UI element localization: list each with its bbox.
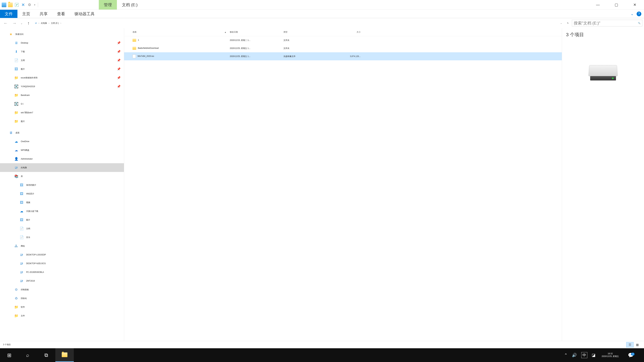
nav-item[interactable]: 📁 软件 [0, 303, 124, 311]
nav-item[interactable]: 💽 G:\ [0, 99, 124, 108]
file-type: 文件夹 [282, 47, 325, 50]
nav-item[interactable]: 📁 文件 [0, 311, 124, 320]
nav-item[interactable]: ⚙ 控制面板 [0, 285, 124, 294]
view-details-button[interactable]: ☰ [626, 342, 634, 348]
nav-item[interactable]: ☁ OneDrive [0, 137, 124, 146]
nav-label: 视频 [26, 201, 30, 204]
breadcrumb-drive[interactable]: 文档 (E:) [51, 22, 59, 25]
nav-item[interactable]: 👤 Administrator [0, 155, 124, 163]
nav-forward-button[interactable]: → [10, 20, 18, 26]
ic-pc-icon: 🖳 [19, 270, 24, 274]
nav-label: WPS网盘 [21, 149, 29, 152]
nav-item[interactable]: 📄 音乐 [0, 233, 124, 242]
nav-up-button[interactable]: ↑ [24, 20, 32, 26]
qat-folder-icon[interactable] [8, 2, 13, 7]
taskbar-explorer[interactable] [55, 348, 74, 362]
clock[interactable]: 16:32 2020/12/25, 星期五 [600, 353, 620, 358]
nav-quick-access[interactable]: ★ 快速访问 [0, 30, 124, 38]
help-icon[interactable]: ? [636, 11, 641, 16]
chevron-right-icon[interactable]: › [49, 22, 49, 24]
nav-item[interactable]: ♻ 回收站 [0, 294, 124, 303]
view-thumbnails-button[interactable]: ▦ [634, 342, 641, 348]
status-bar: 3 个项目 ☰ ▦ [0, 341, 644, 348]
ribbon-expand-icon[interactable]: ⌄ [630, 12, 634, 16]
column-size[interactable]: 大小 [325, 31, 362, 33]
nav-item[interactable]: 📁 Bandicam [0, 91, 124, 99]
ic-lib-icon: 📚 [14, 174, 19, 178]
tab-drive-tools[interactable]: 驱动器工具 [70, 10, 99, 18]
file-row[interactable]: 1 2020/12/15, 星期二 1... 文件夹 [124, 36, 562, 44]
maximize-button[interactable]: ▢ [607, 0, 626, 9]
tray-app-icon[interactable]: ◪ [592, 353, 596, 358]
tab-share[interactable]: 共享 [35, 10, 52, 18]
contextual-tab-manage[interactable]: 管理 [99, 0, 117, 9]
nav-item[interactable]: 📁 图片 [0, 117, 124, 126]
nav-item[interactable]: 🖥 Desktop📌 [0, 38, 124, 47]
file-row[interactable]: BaiduNetdiskDownload 2020/12/25, 星期五 1..… [124, 44, 562, 52]
nav-label: 图片 [21, 68, 25, 70]
nav-item[interactable]: 📚 库 [0, 172, 124, 181]
column-date[interactable]: 修改日期 [228, 31, 282, 33]
qat-settings-icon[interactable]: ⚙ [27, 2, 32, 7]
nav-item[interactable]: 🖼 视频 [0, 198, 124, 207]
search-button[interactable]: ⌕ [18, 348, 37, 362]
column-type[interactable]: 类型 [282, 31, 325, 33]
nav-item[interactable]: 📄 文档📌 [0, 56, 124, 65]
refresh-icon[interactable]: ↻ [564, 22, 571, 24]
volume-icon[interactable]: 🔊 [572, 353, 577, 358]
nav-item[interactable]: 🖼 图片 [0, 216, 124, 224]
nav-item[interactable]: 📁 excel表格制作求和📌 [0, 73, 124, 82]
ic-pc-icon: 🖳 [19, 253, 24, 257]
action-center-button[interactable]: 💬 3 [625, 353, 636, 358]
ic-user-icon: 👤 [14, 157, 19, 161]
nav-label: 桌面 [16, 131, 20, 134]
tray-overflow-icon[interactable]: ⌃ [564, 353, 568, 358]
chevron-right-icon[interactable]: › [60, 22, 61, 24]
breadcrumb-pc[interactable]: 此电脑 [41, 22, 47, 25]
nav-label: DESKTOP-NJEU3CG [26, 262, 46, 265]
nav-item[interactable]: 📄 文档 [0, 224, 124, 233]
start-button[interactable]: ⊞ [0, 348, 18, 362]
nav-item[interactable]: 🖳 ZMT2019 [0, 277, 124, 285]
nav-item[interactable]: 🖳 PC-20190530OBLA [0, 268, 124, 277]
file-row[interactable]: Win7x64_2020.iso 2020/12/25, 星期五 1... 光盘… [124, 52, 562, 60]
nav-history-dropdown[interactable]: ⌄ [19, 20, 24, 26]
qat-dropdown-icon[interactable]: ▾ [33, 4, 36, 6]
qat-delete-icon[interactable]: ✕ [20, 2, 26, 7]
file-list[interactable]: 1 2020/12/15, 星期二 1... 文件夹 BaiduNetdiskD… [124, 36, 562, 341]
nav-item[interactable]: 🖳 此电脑 [0, 163, 124, 172]
nav-item[interactable]: 🖼 保存的图片 [0, 181, 124, 189]
nav-item[interactable]: 🖳 DESKTOP-NJEU3CG [0, 259, 124, 268]
search-box[interactable]: 🔍 [572, 20, 642, 26]
qat-properties-icon[interactable]: ✔ [14, 2, 20, 7]
tab-home[interactable]: 主页 [18, 10, 35, 18]
ic-folderic-icon: 📁 [14, 305, 19, 309]
nav-item[interactable]: ☁ 天翼云盘下载 [0, 207, 124, 216]
nav-label: 控制面板 [21, 288, 29, 291]
tab-file[interactable]: 文件 [0, 10, 18, 18]
nav-item[interactable]: 🖳 DESKTOP-LSSOEDP [0, 250, 124, 259]
address-dropdown-icon[interactable]: ⌄ [558, 22, 564, 24]
nav-item[interactable]: ☁ WPS网盘 [0, 146, 124, 155]
chevron-right-icon[interactable]: › [38, 22, 39, 24]
nav-back-button[interactable]: ← [2, 20, 10, 26]
tab-view[interactable]: 查看 [52, 10, 70, 18]
nav-item[interactable]: 🖼 图片📌 [0, 65, 124, 73]
column-name[interactable]: 名称▲ [131, 31, 228, 33]
minimize-button[interactable]: — [589, 0, 607, 9]
search-input[interactable] [574, 21, 638, 25]
system-tray: ⌃ 🔊 中 ◪ 16:32 2020/12/25, 星期五 💬 3 [564, 348, 644, 362]
ime-indicator[interactable]: 中 [581, 352, 587, 358]
nav-network[interactable]: 🖧 网络 [0, 242, 124, 250]
close-button[interactable]: ✕ [626, 0, 644, 9]
task-view-button[interactable]: ⧉ [37, 348, 55, 362]
search-icon[interactable]: 🔍 [638, 22, 640, 24]
nav-item[interactable]: 📁 win7重装win7 [0, 108, 124, 117]
nav-desktop[interactable]: 🖥 桌面 [0, 128, 124, 137]
qat-app-icon[interactable] [1, 2, 7, 7]
nav-item[interactable]: 🖼 本机照片 [0, 189, 124, 198]
nav-item[interactable]: 💽 YUNQISHI2019📌 [0, 82, 124, 91]
breadcrumb[interactable]: 🖳 › 此电脑 › 文档 (E:) › [33, 20, 558, 26]
nav-item[interactable]: ⬇ 下载📌 [0, 47, 124, 56]
file-size: 3,874,126... [325, 55, 362, 57]
